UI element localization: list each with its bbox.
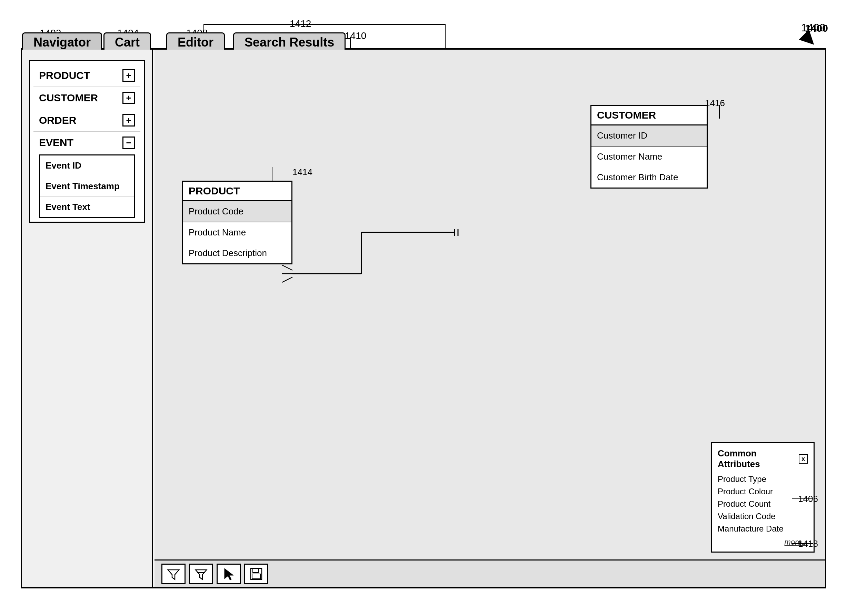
- editor-panel: PRODUCT Product Code Product Name Produc…: [155, 50, 825, 587]
- tab-editor[interactable]: Editor: [166, 32, 225, 52]
- common-attrs-more-link[interactable]: more...: [718, 538, 808, 547]
- svg-rect-14: [252, 574, 260, 579]
- annot-1416: 1416: [705, 98, 725, 109]
- line-1416: [719, 105, 720, 119]
- nav-label-order: ORDER: [39, 115, 76, 126]
- event-sub-timestamp: Event Timestamp: [40, 176, 134, 197]
- tab-search-results[interactable]: Search Results: [233, 32, 345, 52]
- event-header: EVENT −: [39, 137, 135, 152]
- svg-marker-9: [196, 570, 207, 579]
- common-attr-count: Product Count: [718, 498, 808, 510]
- svg-rect-13: [253, 569, 258, 573]
- save-icon: [249, 567, 263, 581]
- tab-navigator[interactable]: Navigator: [22, 32, 102, 52]
- cursor-icon: [222, 567, 236, 581]
- event-sub-text: Event Text: [40, 197, 134, 217]
- toolbar-btn-1[interactable]: [161, 564, 186, 584]
- common-attrs-label: Common Attributes: [718, 448, 799, 470]
- product-key-attr: Product Code: [183, 201, 291, 223]
- product-attr-desc: Product Description: [183, 243, 291, 263]
- common-attr-colour: Product Colour: [718, 485, 808, 498]
- svg-line-5: [282, 277, 292, 282]
- line-1406: [792, 498, 813, 499]
- product-attr-name: Product Name: [183, 223, 291, 243]
- editor-toolbar: [155, 560, 825, 587]
- annot-1412: 1412: [290, 18, 311, 29]
- svg-marker-8: [168, 570, 179, 579]
- tab-cart[interactable]: Cart: [103, 32, 151, 52]
- left-panel: PRODUCT + CUSTOMER + ORDER + EVENT − Eve: [22, 50, 153, 587]
- common-attr-validation: Validation Code: [718, 510, 808, 523]
- svg-line-3: [282, 265, 292, 270]
- expand-event[interactable]: −: [122, 137, 135, 149]
- customer-entity: CUSTOMER Customer ID Customer Name Custo…: [590, 105, 708, 189]
- common-attr-type: Product Type: [718, 473, 808, 485]
- annot-1414: 1414: [292, 167, 313, 178]
- nav-items-box: PRODUCT + CUSTOMER + ORDER + EVENT − Eve: [29, 60, 145, 223]
- nav-label-event: EVENT: [39, 137, 74, 149]
- filter2-icon: [194, 567, 208, 581]
- product-entity: PRODUCT Product Code Product Name Produc…: [182, 181, 292, 264]
- line-1418: [792, 543, 813, 544]
- common-attr-manufacture: Manufacture Date: [718, 523, 808, 535]
- customer-key-attr: Customer ID: [592, 125, 707, 146]
- expand-order[interactable]: +: [122, 114, 135, 127]
- toolbar-btn-2[interactable]: [189, 564, 213, 584]
- expand-customer[interactable]: +: [122, 92, 135, 104]
- toolbar-btn-3[interactable]: [217, 564, 241, 584]
- main-container: Navigator Cart Editor Search Results PRO…: [21, 48, 826, 588]
- common-attrs-close-button[interactable]: x: [799, 454, 808, 464]
- event-sub-items: Event ID Event Timestamp Event Text: [39, 155, 135, 218]
- common-attrs-title: Common Attributes x: [718, 448, 808, 470]
- tab-bar: Navigator Cart Editor Search Results: [22, 29, 825, 52]
- svg-marker-11: [224, 569, 233, 580]
- nav-item-order[interactable]: ORDER +: [34, 109, 140, 132]
- product-title: PRODUCT: [183, 182, 291, 201]
- nav-label-customer: CUSTOMER: [39, 92, 98, 104]
- customer-title: CUSTOMER: [592, 106, 707, 125]
- nav-item-customer[interactable]: CUSTOMER +: [34, 87, 140, 109]
- line-1414: [272, 167, 273, 181]
- customer-attr-name: Customer Name: [592, 146, 707, 167]
- toolbar-btn-4[interactable]: [244, 564, 268, 584]
- filter-icon: [167, 567, 180, 581]
- expand-product[interactable]: +: [122, 69, 135, 82]
- nav-item-product[interactable]: PRODUCT +: [34, 65, 140, 87]
- event-sub-event-id: Event ID: [40, 155, 134, 176]
- nav-item-event[interactable]: EVENT − Event ID Event Timestamp Event T…: [34, 132, 140, 218]
- customer-attr-birthdate: Customer Birth Date: [592, 167, 707, 187]
- bracket-1412: [204, 24, 445, 25]
- nav-label-product: PRODUCT: [39, 70, 90, 81]
